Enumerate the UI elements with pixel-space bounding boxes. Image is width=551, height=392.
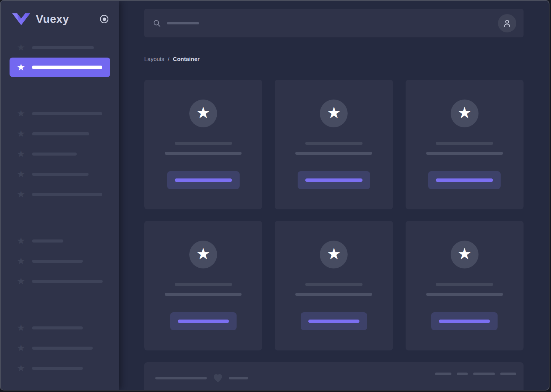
- sidebar-nav: ★★★★★★★★★★★★★: [1, 37, 119, 378]
- app-title: Vuexy: [36, 13, 69, 26]
- sidebar-item-label-skeleton: [32, 66, 102, 69]
- card-subtitle-skeleton: [426, 293, 503, 296]
- star-icon: ★: [16, 190, 26, 199]
- card-title-skeleton: [305, 142, 362, 145]
- card-subtitle-skeleton: [165, 293, 242, 296]
- sidebar-item-label-skeleton: [32, 280, 103, 283]
- card-button-label-skeleton: [305, 178, 362, 182]
- star-icon: ★: [16, 129, 26, 138]
- breadcrumb-parent[interactable]: Layouts: [144, 56, 164, 62]
- sidebar-section: ★★★: [1, 309, 119, 378]
- user-avatar[interactable]: [498, 14, 516, 32]
- sidebar-section-items: ★★★★★: [1, 103, 119, 204]
- sidebar-item[interactable]: ★: [1, 144, 119, 164]
- sidebar-item-label-skeleton: [32, 326, 83, 329]
- card-title-skeleton: [305, 283, 362, 286]
- sidebar-item[interactable]: ★: [1, 124, 119, 144]
- breadcrumb-current: Container: [173, 56, 200, 62]
- card-title-skeleton: [436, 283, 493, 286]
- card-button[interactable]: [167, 171, 240, 189]
- sidebar-item-label-skeleton: [32, 112, 102, 115]
- sidebar-item[interactable]: ★: [1, 318, 119, 338]
- card-title-skeleton: [175, 283, 232, 286]
- layout-card: ★: [275, 80, 393, 209]
- sidebar-item-label-skeleton: [32, 347, 93, 350]
- user-icon: [502, 18, 512, 28]
- card-button-label-skeleton: [439, 320, 490, 323]
- card-subtitle-skeleton: [295, 152, 372, 155]
- card-avatar-circle: ★: [451, 241, 478, 268]
- star-icon: ★: [458, 105, 472, 121]
- star-icon: ★: [327, 246, 341, 262]
- footer-text-skeleton: [229, 377, 248, 379]
- search-placeholder-skeleton: [167, 22, 199, 24]
- card-button[interactable]: [428, 171, 501, 189]
- star-icon: ★: [16, 363, 26, 373]
- sidebar-item-label-skeleton: [32, 193, 102, 196]
- sidebar-item[interactable]: ★: [1, 164, 119, 184]
- app-frame: Vuexy ★★★★★★★★★★★★★ Layouts /: [0, 0, 549, 390]
- sidebar-item[interactable]: ★: [1, 271, 119, 291]
- breadcrumb-separator: /: [168, 56, 169, 62]
- logo[interactable]: Vuexy: [12, 13, 69, 26]
- star-icon: ★: [16, 43, 26, 52]
- card-subtitle-skeleton: [165, 152, 242, 155]
- sidebar-item[interactable]: ★: [1, 184, 119, 204]
- footer-link-skeleton: [457, 373, 468, 375]
- main-area: Layouts / Container ★★★★★★: [119, 1, 549, 390]
- sidebar-item-label-skeleton: [32, 260, 83, 263]
- footer-left: [155, 373, 248, 383]
- star-icon: ★: [16, 323, 26, 333]
- card-button[interactable]: [431, 312, 498, 330]
- sidebar-item[interactable]: ★: [1, 103, 119, 124]
- card-button[interactable]: [301, 312, 367, 330]
- card-button-label-skeleton: [436, 178, 493, 182]
- layout-card: ★: [275, 221, 393, 350]
- sidebar-header: Vuexy: [1, 1, 119, 37]
- sidebar-item[interactable]: ★: [1, 358, 119, 378]
- footer-link-skeleton: [435, 373, 451, 375]
- sidebar-item-label-skeleton: [32, 173, 89, 176]
- star-icon: ★: [16, 149, 26, 159]
- vuexy-logo-icon: [12, 13, 30, 25]
- sidebar-section: ★★★: [1, 222, 119, 291]
- sidebar-section-items: ★★★: [1, 318, 119, 378]
- star-icon: ★: [16, 276, 26, 286]
- footer-link-skeleton: [500, 373, 516, 375]
- star-icon: ★: [16, 236, 26, 246]
- breadcrumb: Layouts / Container: [144, 55, 524, 63]
- card-subtitle-skeleton: [426, 152, 503, 155]
- heart-icon: [213, 373, 223, 383]
- sidebar-item-label-skeleton: [32, 132, 89, 135]
- sidebar-item-label-skeleton: [32, 46, 94, 49]
- card-avatar-circle: ★: [189, 241, 217, 268]
- sidebar-item[interactable]: ★: [1, 37, 119, 58]
- sidebar-section: ★★★★★: [1, 95, 119, 204]
- layout-card: ★: [144, 80, 262, 209]
- card-avatar-circle: ★: [451, 100, 478, 127]
- search-bar[interactable]: [144, 9, 524, 37]
- card-button-label-skeleton: [308, 320, 359, 323]
- footer-card: [144, 362, 524, 390]
- card-button-label-skeleton: [175, 178, 232, 182]
- sidebar-item[interactable]: ★: [1, 338, 119, 358]
- star-icon: ★: [458, 246, 472, 262]
- radio-dot-inner: [103, 18, 106, 21]
- sidebar-item[interactable]: ★: [10, 58, 110, 77]
- search-icon: [153, 19, 161, 27]
- star-icon: ★: [16, 169, 26, 179]
- layout-card: ★: [406, 221, 524, 350]
- card-avatar-circle: ★: [320, 100, 348, 127]
- card-button-label-skeleton: [178, 320, 229, 323]
- card-button[interactable]: [298, 171, 370, 189]
- star-icon: ★: [16, 343, 26, 353]
- sidebar-item-label-skeleton: [32, 367, 83, 370]
- card-subtitle-skeleton: [295, 293, 372, 296]
- sidebar-item-label-skeleton: [32, 239, 63, 243]
- card-avatar-circle: ★: [320, 241, 348, 268]
- radio-dot-icon[interactable]: [100, 15, 108, 23]
- card-button[interactable]: [170, 312, 237, 330]
- sidebar-item[interactable]: ★: [1, 251, 119, 271]
- star-icon: ★: [196, 246, 211, 262]
- sidebar-item[interactable]: ★: [1, 231, 119, 251]
